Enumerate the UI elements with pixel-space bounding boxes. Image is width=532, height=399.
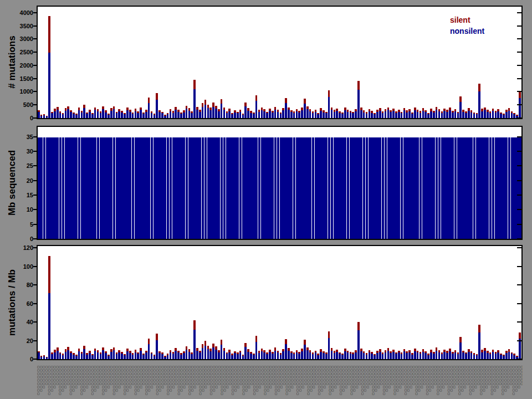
y-tick-mark xyxy=(33,91,37,92)
bar-nonsilent xyxy=(398,112,400,118)
bar-silent xyxy=(40,115,43,115)
bar-nonsilent xyxy=(459,342,462,359)
bar-silent xyxy=(239,110,242,112)
bar-silent xyxy=(487,351,489,353)
bar-silent xyxy=(508,108,510,110)
y-tick-label: 5 xyxy=(0,221,33,228)
bar-silent xyxy=(70,110,72,112)
bar-silent xyxy=(156,334,158,340)
bar-nonsilent xyxy=(430,111,432,118)
bar-mb-sequenced xyxy=(411,137,414,239)
bar-silent xyxy=(481,350,483,352)
bar-nonsilent xyxy=(382,354,384,359)
bar-nonsilent xyxy=(212,107,214,118)
bar-silent xyxy=(290,110,293,112)
bar-silent xyxy=(164,115,166,115)
bar-nonsilent xyxy=(457,354,459,359)
y-tick-mark xyxy=(33,303,37,304)
bar-nonsilent xyxy=(207,108,209,118)
bar-silent xyxy=(441,111,443,113)
bar-nonsilent xyxy=(121,112,123,118)
bar-silent xyxy=(350,352,352,354)
bar-silent xyxy=(406,110,408,112)
bar-silent xyxy=(43,114,45,115)
bar-nonsilent xyxy=(503,356,505,359)
bar-nonsilent xyxy=(369,111,371,118)
bar-nonsilent xyxy=(118,352,120,359)
bar-silent xyxy=(191,111,193,113)
bar-nonsilent xyxy=(91,114,94,118)
bar-nonsilent xyxy=(65,111,67,118)
bar-mb-sequenced xyxy=(334,137,336,239)
bar-mb-sequenced xyxy=(83,137,86,239)
bar-silent xyxy=(175,107,177,110)
bar-nonsilent xyxy=(508,111,510,118)
panel-mb-sequenced xyxy=(37,126,523,240)
bar-silent xyxy=(258,351,260,353)
bar-silent xyxy=(427,113,429,114)
bar-silent xyxy=(255,95,258,101)
y-tick-label: 35 xyxy=(0,134,33,140)
bar-silent xyxy=(193,320,196,330)
bar-mb-sequenced xyxy=(420,137,422,239)
bar-mb-sequenced xyxy=(317,137,320,239)
bar-nonsilent xyxy=(363,353,365,359)
bar-nonsilent xyxy=(234,353,236,359)
bar-nonsilent xyxy=(255,342,258,359)
y-tick-mark xyxy=(33,38,37,39)
bar-mb-sequenced xyxy=(202,137,204,239)
bar-silent xyxy=(398,110,400,112)
bar-silent xyxy=(401,352,403,354)
bar-nonsilent xyxy=(48,53,50,118)
bar-nonsilent xyxy=(306,109,309,118)
bar-nonsilent xyxy=(121,354,123,359)
y-tick-mark xyxy=(517,91,521,92)
bar-silent xyxy=(239,351,242,353)
bar-nonsilent xyxy=(430,352,432,359)
bar-silent xyxy=(320,349,322,351)
bar-nonsilent xyxy=(390,353,392,359)
bar-silent xyxy=(508,349,510,351)
bar-silent xyxy=(151,111,153,113)
bar-nonsilent xyxy=(312,113,314,118)
bar-nonsilent xyxy=(180,355,182,359)
y-tick-mark xyxy=(517,284,521,285)
bar-mb-sequenced xyxy=(489,137,492,239)
bar-nonsilent xyxy=(261,110,263,118)
bar-silent xyxy=(91,113,94,114)
bar-mb-sequenced xyxy=(274,137,277,239)
bar-mb-sequenced xyxy=(242,137,245,239)
bar-silent xyxy=(89,351,91,353)
bar-nonsilent xyxy=(258,112,260,118)
bar-nonsilent xyxy=(424,353,427,359)
bar-nonsilent xyxy=(371,354,373,359)
bar-nonsilent xyxy=(118,111,120,118)
bar-nonsilent xyxy=(62,114,64,118)
bar-nonsilent xyxy=(215,350,217,359)
bar-silent xyxy=(154,114,156,115)
bar-nonsilent xyxy=(385,352,387,359)
bar-silent xyxy=(78,108,80,110)
bar-mb-sequenced xyxy=(67,137,70,239)
bar-nonsilent xyxy=(158,112,161,118)
bar-nonsilent xyxy=(218,111,220,118)
bar-mb-sequenced xyxy=(438,137,441,239)
bar-silent xyxy=(145,110,147,112)
bar-mb-sequenced xyxy=(457,137,460,239)
bar-silent xyxy=(183,351,185,353)
bar-silent xyxy=(196,348,198,351)
bar-mb-sequenced xyxy=(454,137,457,239)
bar-silent xyxy=(363,351,365,353)
bar-nonsilent xyxy=(505,112,508,118)
bar-mb-sequenced xyxy=(304,137,306,239)
bar-nonsilent xyxy=(411,114,413,118)
bar-mb-sequenced xyxy=(215,137,218,239)
bar-silent xyxy=(347,110,349,112)
bar-nonsilent xyxy=(427,355,429,359)
bar-nonsilent xyxy=(253,114,255,118)
bar-silent xyxy=(215,106,217,109)
y-tick-mark xyxy=(517,238,521,239)
bar-nonsilent xyxy=(81,112,83,118)
bar-silent xyxy=(395,111,397,113)
bar-mb-sequenced xyxy=(272,137,274,239)
